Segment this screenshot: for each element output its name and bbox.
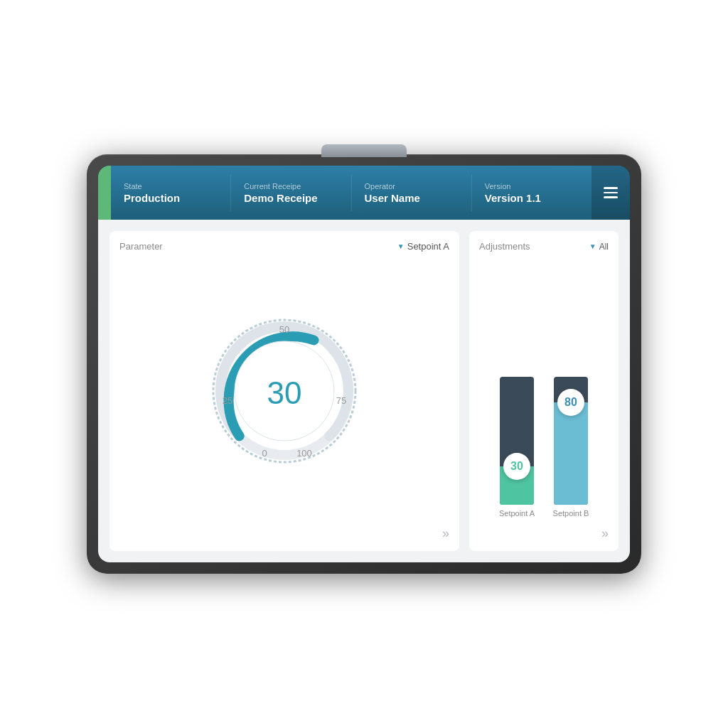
setpoint-a-column: 30 Setpoint A <box>496 377 538 518</box>
setpoint-a-value: 30 <box>510 460 523 473</box>
gauge-panel: Parameter ▼ Setpoint A <box>109 231 459 551</box>
main-content: Parameter ▼ Setpoint A <box>98 220 630 562</box>
menu-button[interactable] <box>592 166 630 220</box>
screen: State Production Current Receipe Demo Re… <box>98 166 630 562</box>
filter-all-label: All <box>599 242 609 252</box>
parameter-label: Parameter <box>119 241 163 252</box>
setpoint-b-bar[interactable]: 80 <box>554 377 588 505</box>
dropdown-filter-arrow-icon: ▼ <box>589 242 596 250</box>
operator-label: Operator <box>365 182 459 191</box>
adjustments-next-button[interactable]: » <box>479 526 609 541</box>
setpoint-dropdown-label: Setpoint A <box>407 241 449 252</box>
svg-text:25: 25 <box>223 395 232 406</box>
recipe-value: Demo Receipe <box>244 192 338 204</box>
gauge-next-button[interactable]: » <box>119 523 449 541</box>
gauge-panel-header: Parameter ▼ Setpoint A <box>119 241 449 252</box>
operator-field: Operator User Name <box>352 175 472 211</box>
gauge-container: 0 25 50 75 100 30 <box>119 259 449 523</box>
svg-text:30: 30 <box>267 375 302 410</box>
setpoint-a-badge: 30 <box>503 453 530 480</box>
chevron-right-double-icon: » <box>442 526 449 541</box>
chevron-right-double-icon-2: » <box>601 526 609 541</box>
state-value: Production <box>124 192 218 204</box>
bar-a-ticks <box>536 377 540 505</box>
svg-text:100: 100 <box>296 448 312 459</box>
device-frame: State Production Current Receipe Demo Re… <box>87 154 641 574</box>
bars-container: 30 Setpoint A <box>479 262 609 523</box>
state-field: State Production <box>111 175 231 211</box>
adjustments-label: Adjustments <box>479 241 530 252</box>
setpoint-dropdown[interactable]: ▼ Setpoint A <box>397 241 449 252</box>
setpoint-b-badge: 80 <box>557 389 584 416</box>
setpoint-a-bar[interactable]: 30 <box>500 377 534 505</box>
dropdown-arrow-icon: ▼ <box>397 242 405 250</box>
status-indicator <box>98 166 111 220</box>
version-label: Version <box>485 182 579 191</box>
adjustments-panel: Adjustments ▼ All <box>469 231 619 551</box>
header-bar: State Production Current Receipe Demo Re… <box>98 166 630 220</box>
hamburger-icon <box>604 187 618 198</box>
device-bump <box>321 144 407 157</box>
recipe-label: Current Receipe <box>244 182 338 191</box>
adjustments-filter-dropdown[interactable]: ▼ All <box>589 242 609 252</box>
svg-text:0: 0 <box>262 448 267 459</box>
setpoint-b-column: 80 Setpoint B <box>550 377 592 518</box>
setpoint-b-value: 80 <box>564 396 577 409</box>
setpoint-b-label: Setpoint B <box>553 509 589 518</box>
setpoint-b-fill <box>554 402 588 505</box>
setpoint-a-label: Setpoint A <box>499 509 535 518</box>
version-value: Version 1.1 <box>485 192 579 204</box>
operator-value: User Name <box>365 192 459 204</box>
svg-text:50: 50 <box>279 324 289 335</box>
version-field: Version Version 1.1 <box>472 175 592 211</box>
header-info: State Production Current Receipe Demo Re… <box>111 166 592 220</box>
recipe-field: Current Receipe Demo Receipe <box>231 175 351 211</box>
bar-b-ticks <box>590 377 594 505</box>
svg-text:75: 75 <box>336 395 346 406</box>
adjustments-header: Adjustments ▼ All <box>479 241 609 252</box>
state-label: State <box>124 182 218 191</box>
gauge-svg: 0 25 50 75 100 30 <box>192 299 377 483</box>
